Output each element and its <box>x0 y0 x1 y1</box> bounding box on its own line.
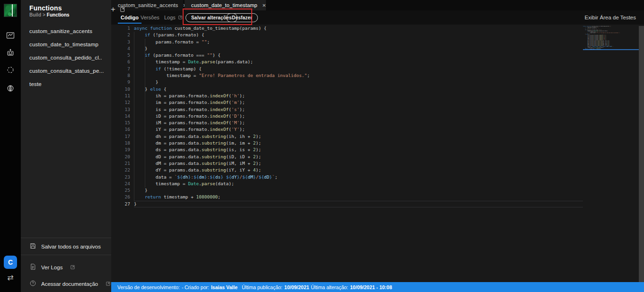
show-tests-link[interactable]: Exibir Área de Testes <box>585 10 636 25</box>
minimap-current-line <box>583 49 639 50</box>
breadcrumb-section[interactable]: Build <box>29 12 41 17</box>
breadcrumb-current: Functions <box>47 12 70 17</box>
subtab-versoes[interactable]: Versões <box>141 10 159 25</box>
function-list-item[interactable]: custom_sanitize_accents <box>21 25 111 38</box>
floppy-icon <box>29 242 36 250</box>
editor-area: custom_sanitize_accents ✕ custom_date_to… <box>111 0 644 292</box>
analytics-icon[interactable] <box>5 30 16 41</box>
status-bar: Versão de desenvolvimento:- Criado por:I… <box>111 282 644 292</box>
icon-rail: C ⇄ <box>0 0 21 292</box>
view-logs-label: Ver Logs <box>41 265 62 270</box>
status-last-publish: Última publicação:10/09/2021 <box>242 282 309 292</box>
breadcrumb-separator: > <box>41 12 47 17</box>
tab-label: custom_date_to_timestamp <box>191 2 257 8</box>
function-list-item[interactable]: custom_date_to_timestamp <box>21 38 111 51</box>
globe-icon[interactable] <box>5 83 16 94</box>
tab-custom-date-to-timestamp[interactable]: custom_date_to_timestamp ✕ <box>185 0 266 10</box>
c-app-icon[interactable]: C <box>4 256 17 269</box>
dashed-circle-icon[interactable] <box>5 64 16 76</box>
save-all-files-label: Salvar todos os arquivos <box>41 244 101 249</box>
view-logs-button[interactable]: Ver Logs <box>21 259 111 275</box>
undo-button[interactable]: Desfazer <box>226 13 258 22</box>
panel-title: Functions <box>29 4 62 12</box>
function-list-item[interactable]: custom_consulta_status_pe... <box>21 64 111 77</box>
subtab-logs[interactable]: Logs <box>164 10 183 25</box>
status-last-change: Última alteração:10/09/2021 - 10:08 <box>311 282 392 292</box>
status-dev-version: Versão de desenvolvimento:- <box>117 282 183 292</box>
panel-actions: Salvar todos os arquivos Ver Logs Acessa… <box>21 238 111 292</box>
app-root: C ⇄ Functions Build>Functions + custom_s… <box>0 0 644 292</box>
function-list-item[interactable]: teste <box>21 77 111 91</box>
add-function-icon[interactable]: + <box>109 5 117 14</box>
status-created-by: Criado por:Isaias Valle <box>185 282 238 292</box>
docs-button[interactable]: Acessar documentação <box>21 275 111 292</box>
external-link-icon <box>178 15 183 20</box>
subtab-logs-label: Logs <box>164 15 176 20</box>
close-tab-icon[interactable]: ✕ <box>262 3 266 8</box>
docs-label: Acessar documentação <box>41 281 98 287</box>
collapse-panel-icon[interactable] <box>118 5 127 14</box>
tab-label: custom_sanitize_accents <box>118 2 178 8</box>
external-link-icon <box>70 265 75 270</box>
log-file-icon <box>29 263 36 271</box>
external-link-icon <box>106 281 111 286</box>
line-numbers: 1234567891011121314151617181920212223242… <box>111 25 130 207</box>
save-all-files-button[interactable]: Salvar todos os arquivos <box>21 238 111 255</box>
editor-toolbar: Código Versões Logs Salvar alterações De… <box>111 10 644 25</box>
workspace-logo[interactable] <box>4 4 17 17</box>
file-tabbar: custom_sanitize_accents ✕ custom_date_to… <box>111 0 644 10</box>
bot-icon[interactable] <box>5 47 16 58</box>
function-list: custom_sanitize_accentscustom_date_to_ti… <box>21 25 111 91</box>
minimap[interactable]: async function custom_date_to_timestamp(… <box>583 26 639 77</box>
help-circle-icon <box>29 280 36 288</box>
functions-panel: Functions Build>Functions + custom_sanit… <box>21 0 111 292</box>
code-content[interactable]: async function custom_date_to_timestamp(… <box>134 25 310 207</box>
function-list-item[interactable]: custom_consulta_pedido_cl.. <box>21 51 111 64</box>
editor-scrollbar[interactable] <box>639 26 644 282</box>
code-editor[interactable]: 1234567891011121314151617181920212223242… <box>111 25 644 282</box>
breadcrumb: Build>Functions <box>29 12 70 17</box>
switch-arrows-icon[interactable]: ⇄ <box>0 273 21 282</box>
